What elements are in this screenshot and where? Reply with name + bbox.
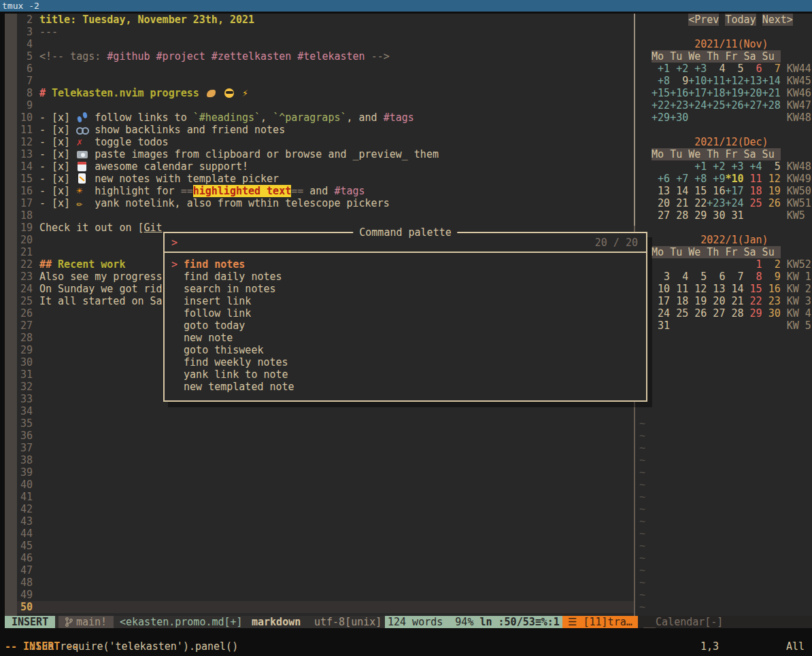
palette-item-find-notes[interactable]: > find notes (171, 258, 639, 271)
palette-item-find-weekly-notes[interactable]: find weekly notes (171, 356, 639, 368)
calendar-day[interactable]: 18 (670, 295, 688, 307)
editor-line-17[interactable]: 17- [x] ✏ yank notelink, also from wthin… (17, 197, 634, 209)
calendar-day[interactable]: +30 (670, 111, 688, 124)
calendar-day[interactable]: 20 (707, 295, 725, 307)
editor-line-14[interactable]: 14- [x] awesome calendar support! (17, 160, 634, 173)
editor-line-8[interactable]: 8# Telekasten.nvim progress ⚡ (17, 87, 634, 99)
calendar-day[interactable]: 12 (688, 283, 707, 295)
editor-line-9[interactable]: 9 (17, 99, 634, 111)
calendar-day[interactable]: 3 (652, 271, 670, 283)
calendar-day[interactable] (762, 209, 781, 222)
palette-prompt-input[interactable]: > 20 / 20 (165, 233, 646, 253)
calendar-day[interactable]: 5 (762, 160, 781, 173)
editor-line-13[interactable]: 13- [x] paste images from clipboard or b… (17, 148, 634, 160)
calendar-day[interactable]: +15 (652, 87, 670, 99)
calendar-day[interactable]: +10 (688, 75, 707, 87)
palette-item-search-in-notes[interactable]: search in notes (171, 283, 639, 295)
calendar-day[interactable] (707, 111, 725, 124)
calendar-day[interactable]: 6 (744, 63, 762, 75)
calendar-day[interactable]: 16 (762, 283, 781, 295)
editor-line-11[interactable]: 11- [x] show backlinks and friend notes (17, 124, 634, 136)
editor-line-50[interactable]: 50 (17, 601, 634, 613)
calendar-day[interactable]: +8 (688, 173, 707, 185)
calendar-day[interactable]: +8 (652, 75, 670, 87)
calendar-day[interactable]: +3 (725, 160, 743, 173)
calendar-day[interactable]: 5 (688, 271, 707, 283)
calendar-day[interactable]: +24 (688, 99, 707, 111)
calendar-day[interactable]: 11 (670, 283, 688, 295)
editor-line-42[interactable]: 42 (17, 503, 634, 515)
calendar-day[interactable]: 24 (652, 307, 670, 320)
calendar-day[interactable]: 10 (652, 283, 670, 295)
editor-line-37[interactable]: 37 (17, 442, 634, 454)
editor-line-45[interactable]: 45 (17, 540, 634, 552)
calendar-day[interactable]: +1 (688, 160, 707, 173)
calendar-day[interactable]: *10 (725, 173, 743, 185)
palette-item-goto-today[interactable]: goto today (171, 320, 639, 332)
calendar-day[interactable]: +19 (725, 87, 743, 99)
calendar-day[interactable]: +14 (762, 75, 781, 87)
calendar-day[interactable]: +21 (762, 87, 781, 99)
calendar-day[interactable]: +13 (744, 75, 762, 87)
calendar-day[interactable]: 13 (652, 185, 670, 197)
editor-line-47[interactable]: 47 (17, 564, 634, 576)
calendar-day[interactable]: 30 (707, 209, 725, 222)
calendar-day[interactable]: 9 (762, 271, 781, 283)
calendar-day[interactable]: 20 (652, 197, 670, 209)
editor-line-36[interactable]: 36 (17, 430, 634, 442)
calendar-today-button[interactable]: Today (725, 14, 756, 26)
calendar-day[interactable]: 15 (744, 283, 762, 295)
calendar-day[interactable]: +11 (707, 75, 725, 87)
calendar-day[interactable]: 5 (725, 63, 743, 75)
calendar-day[interactable]: 18 (744, 185, 762, 197)
calendar-day[interactable] (762, 111, 781, 124)
calendar-day[interactable]: +29 (652, 111, 670, 124)
calendar-day[interactable]: 25 (670, 307, 688, 320)
palette-item-insert-link[interactable]: insert link (171, 295, 639, 307)
calendar-day[interactable]: +16 (670, 87, 688, 99)
calendar-day[interactable]: 31 (652, 320, 670, 332)
palette-item-follow-link[interactable]: follow link (171, 307, 639, 320)
editor-line-16[interactable]: 16- [x] ☀ highlight for ==highlighted te… (17, 185, 634, 197)
calendar-day[interactable]: 16 (707, 185, 725, 197)
editor-line-41[interactable]: 41 (17, 491, 634, 503)
calendar-day[interactable]: 9 (670, 75, 688, 87)
palette-item-new-templated-note[interactable]: new templated note (171, 381, 639, 393)
calendar-day[interactable] (670, 320, 688, 332)
calendar-day[interactable] (688, 111, 707, 124)
calendar-day[interactable]: 22 (744, 295, 762, 307)
calendar-day[interactable]: 26 (688, 307, 707, 320)
calendar-day[interactable]: 28 (670, 209, 688, 222)
calendar-day[interactable] (652, 258, 670, 271)
calendar-day[interactable]: 29 (688, 209, 707, 222)
editor-line-3[interactable]: 3--- (17, 26, 634, 38)
calendar-day[interactable]: +25 (707, 99, 725, 111)
editor-line-39[interactable]: 39 (17, 466, 634, 479)
calendar-next-button[interactable]: Next> (762, 14, 793, 26)
editor-line-35[interactable]: 35 (17, 417, 634, 430)
calendar-day[interactable]: +23 (707, 197, 725, 209)
editor-line-18[interactable]: 18 (17, 209, 634, 222)
calendar-day[interactable] (688, 320, 707, 332)
calendar-day[interactable] (762, 320, 781, 332)
calendar-day[interactable] (707, 258, 725, 271)
calendar-day[interactable]: 15 (688, 185, 707, 197)
calendar-day[interactable] (707, 320, 725, 332)
calendar-day[interactable]: 4 (707, 63, 725, 75)
calendar-day[interactable]: 17 (652, 295, 670, 307)
editor-line-43[interactable]: 43 (17, 515, 634, 528)
calendar-day[interactable] (725, 111, 743, 124)
calendar-day[interactable]: 4 (670, 271, 688, 283)
calendar-day[interactable]: +1 (652, 63, 670, 75)
calendar-day[interactable] (744, 111, 762, 124)
calendar-day[interactable]: +23 (670, 99, 688, 111)
calendar-day[interactable]: 11 (744, 173, 762, 185)
calendar-day[interactable]: +26 (725, 99, 743, 111)
calendar-day[interactable]: +7 (670, 173, 688, 185)
calendar-day[interactable]: 28 (725, 307, 743, 320)
calendar-day[interactable]: 12 (762, 173, 781, 185)
calendar-day[interactable] (725, 258, 743, 271)
calendar-day[interactable]: +4 (744, 160, 762, 173)
calendar-day[interactable]: 14 (670, 185, 688, 197)
editor-line-44[interactable]: 44 (17, 528, 634, 540)
